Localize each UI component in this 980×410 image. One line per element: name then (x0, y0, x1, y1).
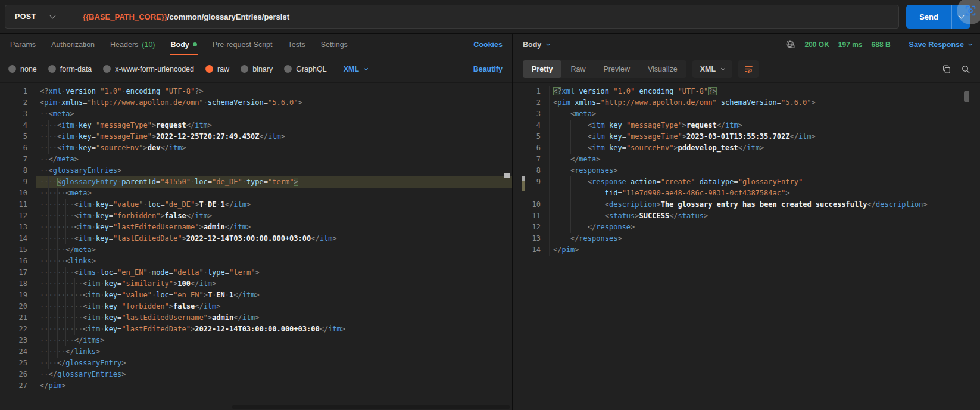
body-type-none[interactable]: none (8, 65, 37, 73)
tab-count: (10) (142, 41, 155, 49)
line-number: 23 (0, 335, 27, 346)
body-type-graphql[interactable]: GraphQL (284, 65, 326, 73)
line-number: 3 (0, 108, 27, 120)
tab-pre-request-script[interactable]: Pre-request Script (205, 34, 280, 55)
code-text: </pim> (549, 244, 980, 256)
response-size[interactable]: 688 B (872, 41, 891, 49)
body-language-label: XML (344, 65, 359, 73)
chevron-down-icon (49, 13, 55, 19)
code-line: 13 </responses> (513, 233, 980, 244)
tab-params[interactable]: Params (2, 34, 43, 55)
line-number: 21 (0, 312, 27, 324)
beautify-link[interactable]: Beautify (473, 65, 503, 73)
request-body-editor[interactable]: 1<?xml·version="1.0"·encoding="UTF-8"?>2… (0, 83, 512, 410)
copy-button[interactable] (942, 64, 951, 74)
code-text: ··</meta> (36, 154, 512, 165)
code-text: ··</glossaryEntries> (36, 369, 512, 380)
horizontal-scrollbar[interactable] (232, 405, 510, 409)
line-number: 7 (513, 154, 541, 165)
response-toolbar-row: PrettyRawPreviewVisualize XML (513, 55, 980, 83)
response-meta: 200 OK 197 ms 688 B Save Response (785, 39, 980, 50)
code-text: ····<itm·key="messageType">request</itm> (36, 120, 512, 131)
method-select[interactable]: POST (5, 5, 74, 28)
wrap-text-button[interactable] (738, 60, 759, 78)
tab-authorization[interactable]: Authorization (43, 34, 102, 55)
status-badge[interactable]: 200 OK (804, 41, 829, 49)
code-text: <status>SUCCESS</status> (549, 210, 980, 222)
code-text: <pim·xmlns="http://www.apollon.de/omn"·s… (36, 97, 512, 108)
code-text: ··<glossaryEntries> (36, 165, 512, 176)
response-language-select[interactable]: XML (692, 60, 732, 78)
vertical-scrollbar-thumb[interactable] (964, 91, 969, 102)
radio-label: x-www-form-urlencoded (115, 65, 194, 73)
line-number: 1 (513, 86, 541, 97)
body-type-x-www-form-urlencoded[interactable]: x-www-form-urlencoded (103, 65, 194, 73)
code-line: 7 </meta> (513, 154, 980, 165)
code-text: <meta> (549, 108, 980, 120)
code-line: 17········<itms·loc="en_EN"·mode="delta"… (0, 267, 512, 278)
tab-body[interactable]: Body (163, 34, 205, 55)
view-tab-visualize[interactable]: Visualize (639, 60, 686, 78)
code-text: ········</itms> (36, 335, 512, 346)
radio-icon (284, 65, 292, 73)
code-text: ······<links> (36, 256, 512, 267)
line-number: 12 (513, 222, 541, 233)
body-type-form-data[interactable]: form-data (48, 65, 92, 73)
response-time[interactable]: 197 ms (838, 41, 863, 49)
save-response-button[interactable]: Save Response (909, 41, 972, 49)
radio-icon (8, 65, 16, 73)
search-button[interactable] (961, 64, 970, 74)
cookies-link[interactable]: Cookies (473, 41, 503, 49)
tab-tests[interactable]: Tests (280, 34, 313, 55)
line-number: 19 (0, 290, 27, 301)
code-line: 24······</links> (0, 346, 512, 358)
body-type-raw[interactable]: raw (205, 65, 229, 73)
code-line: 5 <itm key="messageTime">2023-03-01T13:5… (513, 131, 980, 142)
code-line: 27</pim> (0, 380, 512, 392)
line-number: 15 (0, 244, 27, 256)
radio-label: GraphQL (296, 65, 326, 73)
view-tab-pretty[interactable]: Pretty (523, 60, 561, 78)
code-text: ··········<itm·key="forbidden">false</it… (36, 301, 512, 312)
body-type-binary[interactable]: binary (241, 65, 273, 73)
url-input[interactable]: {{BASE_PATH_CORE}}/common/glossaryEntrie… (74, 5, 898, 28)
code-text: <?xml version="1.0" encoding="UTF-8"?> (549, 86, 980, 97)
view-tab-preview[interactable]: Preview (594, 60, 638, 78)
postman-app: POST {{BASE_PATH_CORE}}/common/glossaryE… (0, 0, 980, 410)
code-line: 12········<itm·key="forbidden">false</it… (0, 210, 512, 222)
chevron-down-icon (546, 41, 550, 45)
code-line: 8 <responses> (513, 165, 980, 176)
code-line: 2<pim xmlns="http://www.apollon.de/omn" … (513, 97, 980, 108)
code-text: ········<itm·key="lastEditedDate">2022-1… (36, 233, 512, 244)
tab-label: Tests (288, 41, 305, 49)
tab-headers[interactable]: Headers(10) (102, 34, 163, 55)
code-text: ··········<itm·key="lastEditedDate">2022… (36, 324, 512, 335)
tab-label: Body (171, 41, 189, 49)
code-line: 2<pim·xmlns="http://www.apollon.de/omn"·… (0, 97, 512, 108)
change-marker (522, 181, 525, 191)
radio-label: binary (252, 65, 273, 73)
line-number: 5 (0, 131, 27, 142)
line-number: 25 (0, 358, 27, 369)
response-language-label: XML (700, 65, 716, 73)
code-text: ··<meta> (36, 108, 512, 120)
line-number: 22 (0, 324, 27, 335)
radio-label: form-data (60, 65, 92, 73)
tab-settings[interactable]: Settings (313, 34, 355, 55)
code-text: </response> (549, 222, 980, 233)
view-tab-raw[interactable]: Raw (561, 60, 594, 78)
response-body-select[interactable]: Body (513, 41, 550, 49)
response-body-label: Body (523, 41, 541, 49)
code-line: 5····<itm·key="messageTime">2022-12-25T2… (0, 131, 512, 142)
body-language-select[interactable]: XML (344, 65, 367, 73)
code-line: 1<?xml·version="1.0"·encoding="UTF-8"?> (0, 86, 512, 97)
code-text: ··········<itm·key="value"·loc="en_EN">T… (36, 290, 512, 301)
send-button[interactable]: Send (906, 5, 951, 29)
code-text: ········<itms·loc="en_EN"·mode="delta"·t… (36, 267, 512, 278)
code-text: ····</glossaryEntry> (36, 358, 512, 369)
code-line: 6 <itm key="sourceEnv">pddevelop_test</i… (513, 142, 980, 154)
code-line: 15······</meta> (0, 244, 512, 256)
code-line: 14········<itm·key="lastEditedDate">2022… (0, 233, 512, 244)
code-text: ····<itm·key="sourceEnv">dev</itm> (36, 142, 512, 154)
code-line: 6····<itm·key="sourceEnv">dev</itm> (0, 142, 512, 154)
